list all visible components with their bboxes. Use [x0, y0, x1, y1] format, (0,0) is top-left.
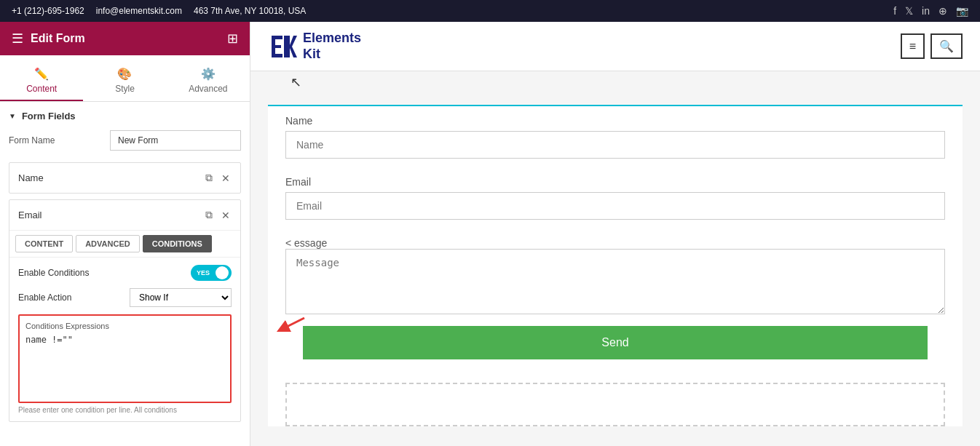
topbar-email: info@elementskit.com [96, 6, 182, 16]
enable-conditions-toggle[interactable]: YES [191, 265, 232, 281]
topbar: +1 (212)-695-1962 info@elementskit.com 4… [0, 0, 980, 22]
linkedin-icon[interactable]: in [922, 5, 930, 17]
site-logo: Elements Kit [268, 31, 361, 62]
logo-icon [268, 32, 297, 61]
field-name-delete-button[interactable]: ✕ [220, 170, 232, 186]
send-area: Send [268, 326, 963, 377]
form-name-field-label: Name [285, 115, 945, 127]
facebook-icon[interactable]: f [893, 5, 896, 17]
topbar-address: 463 7th Ave, NY 10018, USA [194, 6, 306, 16]
red-arrow-icon [268, 314, 312, 336]
form-email-field-label: Email [285, 176, 945, 188]
form-container: Name Email < essage [268, 105, 963, 426]
send-button[interactable]: Send [303, 326, 928, 359]
field-item-email: Email ⧉ ✕ CONTENT ADVANCED CONDITIONS En… [9, 199, 241, 422]
field-name-actions: ⧉ ✕ [204, 170, 232, 186]
form-message-partial-label: < essage [268, 228, 963, 249]
action-select[interactable]: Show If [130, 288, 232, 307]
tab-style-label: Style [115, 84, 135, 94]
tab-style[interactable]: 🎨 Style [83, 61, 166, 101]
hamburger-icon[interactable]: ☰ [12, 31, 23, 47]
sidebar-tabs: ✏️ Content 🎨 Style ⚙️ Advanced [0, 55, 250, 102]
toggle-yes-label: YES [197, 269, 210, 276]
content-tab-icon: ✏️ [34, 67, 49, 81]
conditions-panel: Enable Conditions YES Enable Action Show… [9, 257, 240, 421]
form-message-group [268, 249, 963, 326]
send-button-container: Send [285, 326, 945, 368]
menu-button[interactable]: ≡ [901, 33, 925, 59]
field-email-copy-button[interactable]: ⧉ [204, 207, 214, 223]
form-name-row: Form Name [9, 130, 241, 151]
form-area: Name Email < essage [250, 93, 980, 446]
field-email-label: Email [18, 210, 42, 220]
field-name-copy-button[interactable]: ⧉ [204, 170, 214, 186]
dashed-placeholder [285, 383, 945, 426]
instagram-icon[interactable]: 📷 [956, 5, 968, 17]
field-item-name-header: Name ⧉ ✕ [9, 163, 240, 193]
globe-icon[interactable]: ⊕ [938, 5, 947, 17]
enable-conditions-label: Enable Conditions [18, 268, 89, 278]
form-email-group: Email [268, 167, 963, 228]
cursor-area: ↖ [250, 71, 980, 93]
field-email-actions: ⧉ ✕ [204, 207, 232, 223]
toggle-knob [216, 266, 229, 279]
tab-content[interactable]: ✏️ Content [0, 61, 83, 101]
search-button[interactable]: 🔍 [930, 33, 963, 59]
twitter-icon[interactable]: 𝕏 [905, 5, 913, 17]
tab-content-label: Content [26, 84, 57, 94]
form-name-group: Name [268, 106, 963, 167]
site-header: Elements Kit ≡ 🔍 [250, 22, 980, 71]
sidebar-content: ▼ Form Fields Form Name Name ⧉ ✕ [0, 102, 250, 446]
conditions-textarea[interactable]: name !="" [25, 335, 224, 393]
enable-conditions-row: Enable Conditions YES [18, 265, 232, 281]
tab-advanced[interactable]: ⚙️ Advanced [167, 61, 250, 101]
form-name-field-input[interactable] [285, 131, 945, 159]
logo-text-line1: Elements [303, 31, 361, 47]
right-panel: Elements Kit ≡ 🔍 ↖ Name [250, 22, 980, 446]
form-fields-section[interactable]: ▼ Form Fields [9, 111, 241, 122]
field-item-name: Name ⧉ ✕ [9, 162, 241, 194]
field-item-email-header: Email ⧉ ✕ [9, 200, 240, 230]
enable-action-label: Enable Action [18, 292, 71, 303]
sidebar-header: ☰ Edit Form ⊞ [0, 22, 250, 55]
tab-advanced-label: Advanced [189, 84, 227, 94]
conditions-expressions-label: Conditions Expressions [25, 322, 224, 330]
sub-tabs: CONTENT ADVANCED CONDITIONS [9, 230, 240, 257]
field-name-label: Name [18, 172, 44, 183]
field-email-delete-button[interactable]: ✕ [220, 207, 232, 223]
site-header-actions: ≡ 🔍 [901, 33, 963, 59]
sidebar: ☰ Edit Form ⊞ ✏️ Content 🎨 Style ⚙️ Adva… [0, 22, 250, 446]
sub-tab-conditions[interactable]: CONDITIONS [143, 235, 212, 252]
form-name-input[interactable] [110, 130, 241, 151]
topbar-phone: +1 (212)-695-1962 [12, 6, 84, 16]
sub-tab-advanced[interactable]: ADVANCED [76, 235, 140, 252]
form-fields-label: Form Fields [22, 111, 76, 122]
advanced-tab-icon: ⚙️ [201, 67, 216, 81]
cursor-icon: ↖ [291, 74, 301, 90]
style-tab-icon: 🎨 [117, 67, 132, 81]
form-email-field-input[interactable] [285, 192, 945, 220]
sidebar-title: Edit Form [31, 32, 85, 45]
form-message-textarea[interactable] [285, 249, 945, 314]
enable-action-row: Enable Action Show If [18, 288, 232, 307]
sub-tab-content[interactable]: CONTENT [15, 235, 73, 252]
grid-icon[interactable]: ⊞ [227, 31, 238, 47]
conditions-hint: Please enter one condition per line. All… [18, 406, 232, 414]
form-name-label: Form Name [9, 135, 55, 146]
section-arrow-icon: ▼ [9, 112, 16, 120]
conditions-expressions-box: Conditions Expressions name !="" [18, 314, 232, 403]
logo-text-line2: Kit [303, 47, 361, 63]
